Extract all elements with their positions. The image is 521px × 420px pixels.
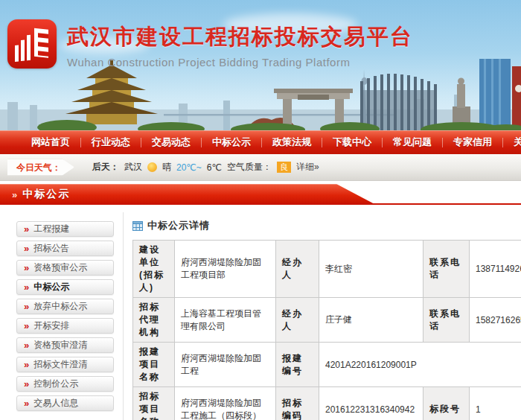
nav-item-download-center[interactable]: 下载中心 [322,136,382,149]
sidebar-item-tender-announcement[interactable]: » 招标公告 [16,241,114,256]
double-chevron-icon: » [24,282,29,292]
air-quality-label: 空气质量： [227,161,272,174]
double-chevron-icon: » [24,244,29,253]
sidebar-item-project-registration[interactable]: » 工程报建 [16,221,114,237]
weather-condition: 晴 [162,161,171,174]
table-label-cell: 招标代理机构 [133,298,175,343]
table-row: 招标项目名称 府河西湖堤除险加固工程施工（四标段） 招标编码 201612231… [133,387,521,420]
table-row: 报建项目名称 府河西湖堤除险加固工程 报建编号 4201A22016120900… [133,343,521,387]
table-label-cell: 招标编码 [276,387,319,420]
main-navigation: 网站首页 行业动态 交易动态 中标公示 政策法规 下载中心 常见问题 专家信用 … [0,130,521,154]
logo-buildings-icon [7,19,57,69]
table-label-cell: 联系电话 [423,241,470,298]
sidebar-item-prequalification-clarification[interactable]: » 资格预审澄清 [16,337,114,353]
site-banner: 武汉市建设工程招标投标交易平台 Wuhan Construction Proje… [0,0,521,130]
table-value-cell: 李红密 [319,241,423,298]
award-detail-table: 建设单位(招标人) 府河西湖堤除险加固工程项目部 经办人 李红密 联系电话 13… [132,240,521,420]
table-label-cell: 报建编号 [276,343,319,387]
table-row: 建设单位(招标人) 府河西湖堤除险加固工程项目部 经办人 李红密 联系电话 13… [133,241,521,298]
table-value-cell: 上海容基工程项目管理有限公司 [175,298,276,343]
double-chevron-icon: » [24,263,29,273]
double-chevron-icon: » [24,321,29,331]
table-label-cell: 招标项目名称 [133,387,175,420]
ribbon-chevron-icon: » [12,189,17,200]
nav-item-faq[interactable]: 常见问题 [383,136,442,149]
table-label-cell: 联系电话 [423,298,470,343]
table-label-cell: 经办人 [276,298,319,343]
table-row: 招标代理机构 上海容基工程项目管理有限公司 经办人 庄子健 联系电话 15827… [133,298,521,343]
nav-item-industry-news[interactable]: 行业动态 [81,136,141,149]
sidebar-item-abandon-award-notice[interactable]: » 放弃中标公示 [16,299,114,314]
nav-item-award-notice[interactable]: 中标公示 [202,136,261,149]
sidebar-item-award-notice[interactable]: » 中标公示 [16,279,114,295]
section-ribbon: » 中标公示 [0,184,376,205]
table-value-cell: 庄子健 [319,298,423,343]
weather-city: 武汉 [124,161,142,174]
section-ribbon-zone: » 中标公示 [0,181,521,212]
table-value-cell: 府河西湖堤除险加固工程项目部 [175,241,276,298]
temp-low: 6℃ [207,162,222,173]
site-logo[interactable] [7,19,57,69]
table-label-cell: 报建项目名称 [133,343,175,387]
double-chevron-icon: » [24,302,29,311]
nav-item-trade-news[interactable]: 交易动态 [141,136,201,149]
weather-tag: 今日天气： [7,159,74,176]
double-chevron-icon: » [24,398,29,408]
nav-item-expert-credit[interactable]: 专家信用 [443,136,502,149]
table-label-cell: 建设单位(招标人) [133,241,175,298]
site-title: 武汉市建设工程招标投标交易平台 [67,22,413,52]
table-value-cell: 13871149263 [470,241,521,298]
table-label-cell: 标段号 [423,387,470,420]
double-chevron-icon: » [24,224,29,234]
site-subtitle: Wuhan Construction Project Bidding Tradi… [67,56,413,69]
grid-icon [132,221,143,231]
weather-day-label: 后天： [92,161,119,174]
table-value-cell: 201612231316340942 [319,387,423,420]
sidebar-item-tender-doc-clarification[interactable]: » 招标文件澄清 [16,357,114,372]
section-title: 中标公示 [22,188,70,201]
sidebar-item-control-price-notice[interactable]: » 控制价公示 [16,376,114,392]
double-chevron-icon: » [24,360,29,369]
detail-panel-title: 中标公示详情 [147,219,210,232]
sidebar: » 工程报建 » 招标公告 » 资格预审公示 » 中标公示 » 放弃中标公示 »… [0,212,124,420]
nav-item-home[interactable]: 网站首页 [21,136,80,149]
sun-icon [147,162,157,172]
nav-item-about-us[interactable]: 关于我们 [503,136,521,149]
table-value-cell: 4201A220161209001P [319,343,521,387]
main-panel: 中标公示详情 建设单位(招标人) 府河西湖堤除险加固工程项目部 经办人 李红密 … [124,212,521,420]
double-chevron-icon: » [24,340,29,350]
table-value-cell: 府河西湖堤除险加固工程 [175,343,276,387]
table-value-cell: 府河西湖堤除险加固工程施工（四标段） [175,387,276,420]
sidebar-item-prequalification-notice[interactable]: » 资格预审公示 [16,260,114,276]
weather-bar: 今日天气： 后天： 武汉 晴 20℃~ 6℃ 空气质量： 良 详细» [0,154,521,181]
table-value-cell: 15827162657 [470,298,521,343]
temp-high: 20℃~ [176,162,202,173]
air-quality-badge: 良 [277,162,291,173]
weather-detail-link[interactable]: 详细» [296,161,319,174]
table-value-cell: 1 [470,387,521,420]
nav-item-policies[interactable]: 政策法规 [262,136,322,149]
table-label-cell: 经办人 [276,241,319,298]
sidebar-item-bid-opening-schedule[interactable]: » 开标安排 [16,318,114,334]
double-chevron-icon: » [24,379,29,389]
sidebar-item-trader-info[interactable]: » 交易人信息 [16,395,114,411]
content-area: » 工程报建 » 招标公告 » 资格预审公示 » 中标公示 » 放弃中标公示 »… [0,212,521,420]
